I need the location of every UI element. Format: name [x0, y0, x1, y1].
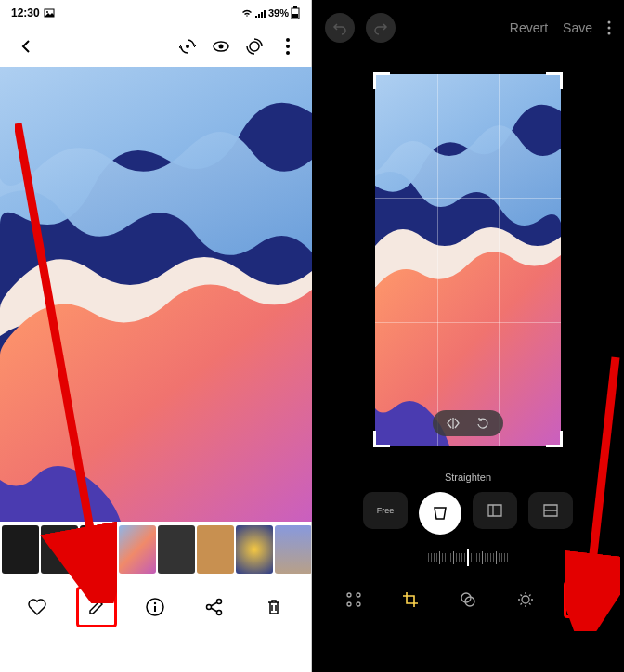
crop-handle[interactable] [373, 72, 390, 89]
adjust-icon[interactable] [507, 581, 544, 618]
svg-point-10 [286, 45, 290, 48]
svg-point-28 [465, 597, 474, 606]
svg-point-18 [217, 611, 222, 615]
crop-handle[interactable] [546, 431, 563, 447]
svg-point-21 [608, 32, 611, 35]
delete-button[interactable] [254, 587, 294, 627]
svg-point-19 [608, 21, 611, 24]
thumbnail[interactable] [275, 525, 311, 574]
svg-point-17 [217, 600, 222, 604]
svg-point-8 [250, 42, 259, 51]
save-button[interactable]: Save [563, 20, 592, 35]
status-battery: 39% [268, 7, 289, 19]
thumbnail-strip[interactable] [0, 522, 311, 577]
main-image[interactable] [0, 67, 312, 522]
thumbnail[interactable] [80, 525, 117, 574]
rotate-icon[interactable] [475, 416, 490, 431]
svg-rect-3 [293, 6, 297, 8]
flip-icon[interactable] [446, 416, 461, 431]
svg-rect-15 [154, 606, 156, 612]
back-button[interactable] [13, 33, 39, 59]
svg-point-27 [462, 593, 471, 602]
bixby-vision-icon[interactable] [177, 36, 198, 57]
thumbnail[interactable] [236, 525, 273, 574]
thumbnail[interactable] [158, 525, 195, 574]
gallery-header [0, 26, 311, 67]
sticker-icon[interactable] [564, 581, 601, 618]
crop-frame[interactable] [375, 74, 561, 446]
eye-icon[interactable] [211, 36, 231, 57]
status-bar: 12:30 39% [0, 0, 311, 26]
svg-point-9 [286, 38, 290, 42]
svg-rect-4 [292, 14, 298, 18]
svg-point-23 [347, 593, 351, 597]
straighten-label: Straighten [312, 472, 624, 483]
more-icon[interactable] [278, 36, 298, 57]
tools-icon[interactable] [335, 581, 372, 618]
favorite-button[interactable] [17, 587, 58, 627]
crop-handle[interactable] [546, 72, 563, 89]
transform-row: Free [312, 492, 624, 535]
svg-point-1 [46, 11, 48, 13]
crop-handle[interactable] [373, 431, 390, 447]
editor-bottom-bar [312, 572, 624, 627]
svg-point-24 [357, 593, 360, 597]
redo-button[interactable] [366, 13, 396, 43]
svg-point-25 [347, 602, 351, 606]
info-button[interactable] [135, 587, 176, 627]
revert-button[interactable]: Revert [510, 20, 548, 35]
svg-point-14 [154, 602, 156, 604]
status-time: 12:30 [11, 6, 40, 19]
share-button[interactable] [194, 587, 235, 627]
picture-icon [44, 7, 55, 19]
wifi-icon [240, 8, 254, 18]
thumbnail[interactable] [119, 525, 156, 574]
svg-point-7 [219, 45, 224, 49]
thumbnail[interactable] [2, 525, 39, 574]
editor-canvas[interactable] [312, 56, 624, 464]
vertical-skew-button[interactable] [528, 492, 573, 529]
svg-point-20 [608, 27, 611, 30]
svg-point-5 [186, 45, 189, 48]
signal-icon [255, 8, 266, 18]
thumbnail[interactable] [197, 525, 234, 574]
svg-point-11 [286, 51, 290, 55]
editor-header: Revert Save [312, 0, 624, 56]
flip-rotate-controls [433, 410, 503, 436]
perspective-button[interactable] [419, 492, 462, 535]
crop-icon[interactable] [392, 581, 429, 618]
thumbnail[interactable] [41, 525, 78, 574]
remaster-icon[interactable] [244, 36, 265, 57]
edit-button[interactable] [76, 587, 117, 627]
svg-point-31 [584, 597, 586, 599]
undo-button[interactable] [325, 13, 355, 43]
battery-icon [291, 6, 300, 19]
svg-point-29 [522, 596, 529, 603]
svg-point-30 [578, 597, 580, 599]
more-icon[interactable] [607, 20, 611, 35]
filters-icon[interactable] [449, 581, 487, 618]
free-ratio-button[interactable]: Free [363, 492, 408, 529]
bottom-bar [0, 577, 311, 637]
svg-point-16 [207, 605, 212, 610]
svg-point-26 [357, 602, 360, 606]
straighten-ruler[interactable] [312, 544, 624, 572]
horizontal-skew-button[interactable] [473, 492, 517, 529]
